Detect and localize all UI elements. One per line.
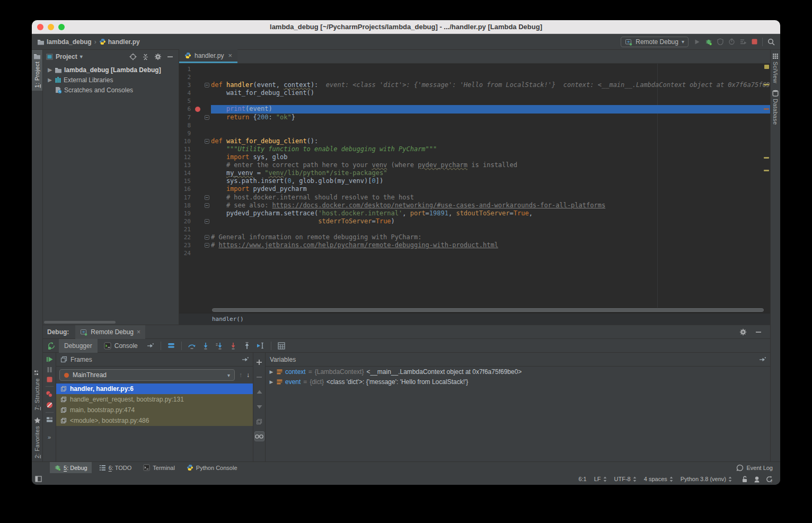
breadcrumb-item[interactable]: handler.py [99,38,140,46]
previous-frame-button[interactable]: ↑ [239,372,242,378]
gutter[interactable]: − [191,202,211,210]
code-line[interactable]: 23−# https://www.jetbrains.com/help/pych… [179,241,770,249]
gutter[interactable] [191,97,211,105]
stripe-mark[interactable] [764,65,769,69]
code-line[interactable]: 13 # enter the correct path here to your… [179,161,770,169]
debug-session-tab[interactable]: Remote Debug × [75,325,145,339]
zoom-window-button[interactable] [58,24,65,30]
code-line[interactable]: 8 [179,121,770,129]
resume-button[interactable] [46,356,53,363]
event-log-button[interactable]: Event Log [736,464,780,472]
variable-row[interactable]: ▶event = {dict} <class 'dict'>: {'messag… [266,377,770,387]
code-line[interactable]: 14 my_venv = "venv/lib/python*/site-pack… [179,169,770,177]
collapse-all-icon[interactable] [142,54,149,60]
code-line[interactable]: 6 print(event) [179,105,770,113]
remove-watch-button[interactable] [254,372,264,382]
pin-icon[interactable] [759,357,766,362]
gutter[interactable] [191,153,211,161]
threads-view-button[interactable] [165,340,178,352]
tree-item-lambda_debug[interactable]: ▶lambda_debug [Lambda Debug] [43,65,179,75]
gutter[interactable] [191,225,211,233]
gutter[interactable] [191,210,211,217]
close-session-icon[interactable]: × [137,328,140,336]
code-line[interactable]: 2 [179,73,770,81]
stop-button[interactable] [752,39,757,45]
mute-breakpoints-button[interactable] [46,402,53,408]
gutter[interactable]: − [191,194,211,202]
expand-arrow-icon[interactable]: ▶ [47,77,52,83]
step-into-button[interactable] [199,340,212,352]
profiler-button[interactable] [728,38,735,45]
tool-stripe-database[interactable]: Database [771,86,780,128]
fold-open-icon[interactable]: − [205,195,209,200]
expand-arrow-icon[interactable]: ▶ [47,67,52,73]
fold-open-icon[interactable]: − [205,235,209,240]
debug-button[interactable] [705,38,712,46]
view-breakpoints-button[interactable] [46,390,53,398]
update-icon[interactable]: ? [766,476,773,483]
tool-stripe-1-project[interactable]: 1: Project [32,50,42,91]
gutter[interactable] [191,169,211,177]
search-everywhere-button[interactable] [767,38,775,46]
pause-button[interactable] [47,367,52,373]
gutter[interactable]: − [191,241,211,249]
duplicate-watch-button[interactable] [254,416,264,426]
tab-handler-py[interactable]: handler.py × [179,49,237,63]
coverage-button[interactable] [717,38,723,45]
gutter[interactable] [191,145,211,153]
gutter[interactable]: − [191,114,211,121]
tool-window-toggle-icon[interactable] [35,476,42,482]
next-frame-button[interactable]: ↓ [246,372,250,378]
run-configuration-select[interactable]: Remote Debug ▾ [621,37,689,47]
step-over-button[interactable] [186,340,198,352]
more-actions-button[interactable]: » [48,434,51,440]
fold-end-icon[interactable]: − [205,219,209,224]
restore-layout-button[interactable] [46,416,53,423]
move-up-button[interactable] [254,387,264,397]
tool-stripe-sciview[interactable]: SciView [771,50,780,86]
tool-stripe-2-favorites[interactable]: 2: Favorites [32,414,42,461]
code-line[interactable]: 16 import pydevd_pycharm [179,185,770,193]
stop-debug-button[interactable] [47,377,52,382]
move-down-button[interactable] [254,402,264,412]
show-watches-button[interactable] [254,431,264,441]
gutter[interactable] [191,105,211,113]
gutter[interactable] [191,121,211,129]
status-utf-8[interactable]: UTF-8 [614,476,637,482]
code-line[interactable]: 19 pydevd_pycharm.settrace('host.docker.… [179,210,770,217]
code-line[interactable]: 1 [179,65,770,73]
stripe-mark[interactable] [764,157,769,159]
code-line[interactable]: 10−def wait_for_debug_client(): [179,137,770,145]
breadcrumb-item[interactable]: lambda_debug [37,38,92,46]
gutter[interactable] [191,185,211,193]
toolwindow-tab-python-console[interactable]: Python Console [182,462,242,474]
stripe-mark[interactable] [764,170,769,171]
gutter[interactable]: − [191,137,211,145]
minimize-icon[interactable] [167,54,173,60]
stack-frame[interactable]: main, bootstrap.py:474 [56,405,253,415]
gutter[interactable] [191,89,211,97]
tool-stripe-7-structure[interactable]: 7: Structure [32,367,42,413]
code-line[interactable]: 18− # see also: https://docs.docker.com/… [179,202,770,210]
fold-end-icon[interactable]: − [205,243,209,248]
tree-item-scratches[interactable]: Scratches and Consoles [43,85,179,95]
close-tab-icon[interactable]: × [228,51,232,59]
expand-arrow-icon[interactable]: ▶ [269,379,274,385]
gutter[interactable] [191,65,211,73]
stripe-mark[interactable] [764,108,769,110]
code-line[interactable]: 24 [179,249,770,257]
status-4-spaces[interactable]: 4 spaces [644,476,673,482]
minimize-window-button[interactable] [48,24,54,30]
editor-breadcrumbs[interactable]: handler() [179,313,770,325]
evaluate-expression-button[interactable] [275,340,288,352]
pin-button[interactable] [144,340,157,352]
code-line[interactable]: 22−# General information on remote debug… [179,233,770,241]
close-window-button[interactable] [37,24,43,30]
toolwindow-tab-5-debug[interactable]: 5: Debug [50,462,92,474]
gutter[interactable] [191,129,211,137]
hector-icon[interactable] [754,476,760,483]
code-line[interactable]: 15 sys.path.insert(0, glob.glob(my_venv)… [179,177,770,185]
variable-row[interactable]: ▶context = {LambdaContext} <__main__.Lam… [266,367,770,377]
stack-frame[interactable]: handler, handler.py:6 [56,383,253,394]
code-line[interactable]: 4 wait_for_debug_client() [179,89,770,97]
